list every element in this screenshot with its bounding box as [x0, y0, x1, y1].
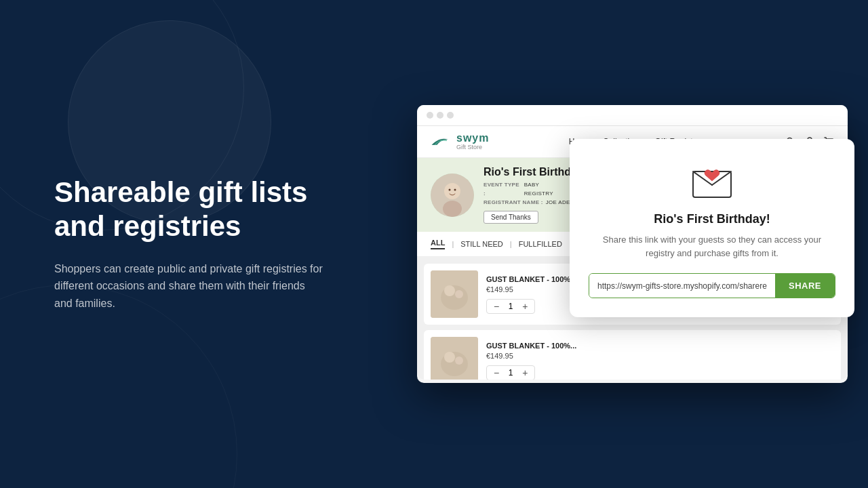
svg-point-6: [444, 183, 460, 199]
browser-chrome: [417, 105, 848, 126]
product-img-svg-1: [431, 270, 478, 318]
product-details-2: GUST BLANKET - 100%... €149.95 − 1 +: [486, 342, 834, 380]
envelope-icon-wrap: [692, 161, 732, 201]
qty-value-2: 1: [506, 368, 515, 378]
qty-control-2: − 1 +: [486, 365, 535, 380]
product-image-1: [431, 270, 478, 318]
modal-share-button[interactable]: SHARE: [775, 274, 835, 298]
svg-point-22: [455, 357, 463, 365]
logo-text: swym Gift Store: [456, 133, 489, 150]
filter-sep-1: |: [452, 240, 454, 248]
dot-green: [447, 112, 454, 119]
qty-increment-1[interactable]: +: [521, 301, 529, 312]
logo-name: swym: [456, 133, 489, 144]
bg-circle-3: [0, 285, 237, 488]
svg-point-18: [455, 290, 463, 298]
product-name-2: GUST BLANKET - 100%...: [486, 342, 834, 350]
filter-all[interactable]: ALL: [431, 239, 445, 249]
svg-point-8: [449, 188, 451, 190]
swym-bird-icon: [431, 135, 452, 148]
envelope-heart-icon: [692, 163, 732, 199]
modal-icon-area: [589, 161, 835, 201]
svg-point-21: [444, 352, 455, 363]
dot-yellow: [437, 112, 443, 119]
share-modal: Rio's First Birthday! Share this link wi…: [570, 139, 854, 317]
qty-value-1: 1: [506, 302, 515, 311]
registry-avatar: [431, 174, 474, 217]
store-logo: swym Gift Store: [431, 133, 489, 150]
dot-red: [427, 112, 433, 119]
subtext: Shoppers can create public and private g…: [54, 260, 326, 312]
headline: Shareable gift lists and registries: [54, 176, 326, 244]
filter-still-need[interactable]: STILL NEED: [460, 240, 503, 248]
table-row: GUST BLANKET - 100%... €149.95 − 1 +: [424, 330, 841, 380]
send-thanks-button[interactable]: Send Thanks: [484, 211, 538, 224]
product-image-2: [431, 337, 478, 380]
qty-increment-2[interactable]: +: [521, 367, 529, 378]
svg-point-7: [443, 201, 462, 217]
meta-registrant: REGISTRANT NAME : JOE ADEN: [484, 199, 574, 207]
browser-window: swym Gift Store Home Collections Gift Re…: [417, 105, 848, 383]
meta-event-type: EVENT TYPE : BABY REGISTRY: [484, 181, 568, 199]
product-price-2: €149.95: [486, 352, 834, 360]
share-url-input[interactable]: [589, 274, 775, 298]
modal-desc: Share this link with your guests so they…: [589, 233, 835, 260]
product-img-svg-2: [431, 337, 478, 380]
filter-sep-2: |: [510, 240, 512, 248]
qty-decrement-2[interactable]: −: [492, 367, 500, 378]
filter-fullfilled[interactable]: FULLFILLED: [519, 240, 562, 248]
modal-title: Rio's First Birthday!: [589, 212, 835, 226]
svg-point-9: [454, 188, 456, 190]
logo-subtitle: Gift Store: [456, 144, 489, 150]
left-panel: Shareable gift lists and registries Shop…: [54, 176, 326, 312]
qty-decrement-1[interactable]: −: [492, 301, 500, 312]
qty-control-1: − 1 +: [486, 299, 535, 314]
svg-point-17: [444, 285, 455, 296]
modal-share-row: SHARE: [589, 273, 835, 298]
browser-dots: [427, 112, 454, 119]
baby-avatar-svg: [431, 174, 474, 217]
